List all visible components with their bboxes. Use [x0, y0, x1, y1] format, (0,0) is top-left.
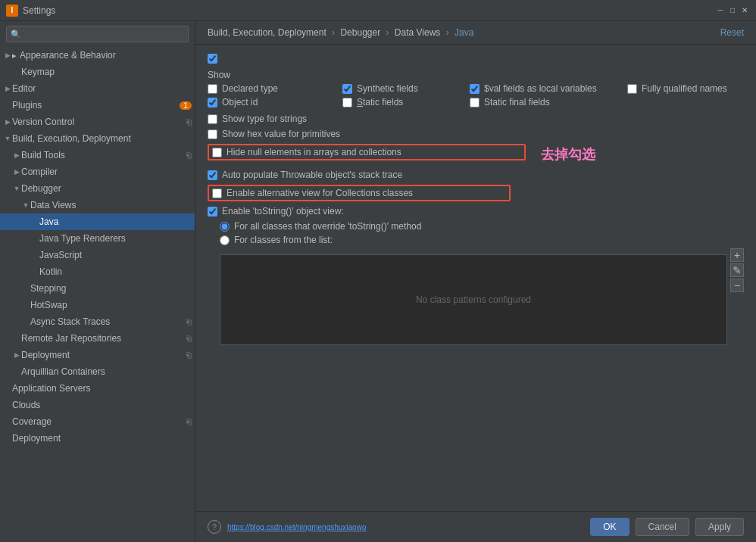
plugins-badge: 1 — [180, 101, 192, 110]
show-label: Show — [208, 70, 744, 80]
search-box: 🔍 — [6, 26, 189, 42]
auto-populate-checkbox[interactable] — [208, 170, 217, 180]
watermark: https://blog.csdn.net/ningmengshuxiaowo — [227, 523, 366, 531]
reset-button[interactable]: Reset — [720, 27, 744, 38]
object-id-checkbox[interactable] — [208, 98, 217, 107]
sidebar-item-version-control[interactable]: Version Control ⎗ — [0, 114, 195, 130]
hide-null-checkbox[interactable] — [212, 148, 222, 157]
sidebar-item-keymap[interactable]: Keymap — [0, 64, 195, 80]
fully-qualified-label: Fully qualified names — [642, 83, 727, 94]
sidebar-item-build-tools[interactable]: Build Tools ⎗ — [0, 147, 195, 164]
declared-type-label: Declared type — [222, 83, 278, 94]
expand-icon — [3, 85, 12, 92]
icon: ⎗ — [186, 151, 192, 160]
sidebar-item-java[interactable]: Java — [0, 213, 195, 230]
sidebar-item-label: Clouds — [12, 400, 40, 410]
sidebar-item-compiler[interactable]: Compiler — [0, 164, 195, 180]
close-button[interactable]: ✕ — [739, 5, 750, 16]
sidebar-item-debugger[interactable]: Debugger — [0, 180, 195, 197]
expand-icon — [12, 351, 21, 359]
enable-tostring-row: Enable 'toString()' object view: — [208, 206, 744, 216]
show-type-strings-checkbox[interactable] — [208, 114, 217, 124]
sidebar-item-clouds[interactable]: Clouds — [0, 397, 195, 413]
sidebar-item-label: Kotlin — [39, 266, 62, 277]
sidebar-item-label: Keymap — [21, 67, 55, 77]
sidebar-item-kotlin[interactable]: Kotlin — [0, 263, 195, 280]
object-id-row: Object id — [208, 97, 336, 107]
sidebar-item-label: Debugger — [21, 183, 61, 194]
fully-qualified-checkbox[interactable] — [627, 84, 637, 94]
title-bar: I Settings ─ □ ✕ — [0, 0, 756, 21]
sidebar-item-editor[interactable]: Editor — [0, 80, 195, 97]
apply-button[interactable]: Apply — [695, 518, 744, 536]
expand-icon — [3, 51, 12, 59]
add-pattern-button[interactable]: + — [730, 248, 744, 262]
for-all-classes-radio[interactable] — [220, 222, 230, 232]
bottom-bar: ? https://blog.csdn.net/ningmengshuxiaow… — [195, 511, 756, 542]
static-final-fields-row: Static final fields — [470, 97, 550, 107]
sidebar-item-stepping[interactable]: Stepping — [0, 280, 195, 297]
search-input[interactable] — [6, 26, 189, 42]
expand-icon — [21, 201, 30, 209]
sidebar-item-build-exec[interactable]: Build, Execution, Deployment — [0, 130, 195, 147]
sidebar-item-label: Build, Execution, Deployment — [12, 133, 131, 144]
show-row-2: Object id Static fields Static final fie… — [208, 97, 744, 107]
autoscroll-row — [208, 54, 744, 64]
bottom-left: ? https://blog.csdn.net/ningmengshuxiaow… — [208, 520, 366, 534]
maximize-button[interactable]: □ — [727, 5, 738, 16]
enable-tostring-checkbox[interactable] — [208, 207, 217, 216]
autoscroll-checkbox[interactable] — [208, 54, 217, 64]
enable-alt-view-label: Enable alternative view for Collections … — [226, 188, 413, 198]
hide-null-container: Hide null elements in arrays and collect… — [208, 144, 744, 165]
class-patterns-area: No class patterns configured + ✎ − — [220, 248, 744, 351]
settings-content: Show Declared type Synthetic fields $val… — [195, 45, 756, 511]
sidebar-item-deployment2[interactable]: Deployment — [0, 430, 195, 447]
for-classes-list-label: For classes from the list: — [234, 235, 333, 245]
static-final-fields-checkbox[interactable] — [470, 98, 480, 107]
sidebar-item-deployment[interactable]: Deployment ⎗ — [0, 347, 195, 363]
sidebar-item-remote-jar[interactable]: Remote Jar Repositories ⎗ — [0, 330, 195, 347]
edit-pattern-button[interactable]: ✎ — [730, 263, 744, 277]
remove-pattern-button[interactable]: − — [730, 279, 744, 292]
object-id-label: Object id — [222, 97, 258, 107]
hide-null-label: Hide null elements in arrays and collect… — [226, 147, 401, 157]
declared-type-checkbox[interactable] — [208, 84, 217, 94]
sidebar-item-javascript[interactable]: JavaScript — [0, 247, 195, 263]
sidebar-item-java-type-renderers[interactable]: Java Type Renderers — [0, 230, 195, 247]
sidebar-item-label: Stepping — [30, 283, 66, 294]
cancel-button[interactable]: Cancel — [636, 518, 689, 536]
help-button[interactable]: ? — [208, 520, 221, 534]
class-patterns-controls: + ✎ − — [730, 248, 744, 351]
sidebar-item-data-views[interactable]: Data Views — [0, 197, 195, 213]
show-row-1: Declared type Synthetic fields $val fiel… — [208, 83, 744, 94]
show-hex-checkbox[interactable] — [208, 129, 217, 139]
window-title: Settings — [23, 5, 55, 16]
ok-button[interactable]: OK — [590, 518, 629, 536]
icon: ⎗ — [186, 334, 192, 343]
sidebar-item-hotswap[interactable]: HotSwap — [0, 297, 195, 313]
folder-icon: ▸ — [12, 51, 17, 61]
sidebar-item-app-servers[interactable]: Application Servers — [0, 380, 195, 397]
sidebar-item-label: Java — [39, 216, 58, 227]
minimize-button[interactable]: ─ — [715, 5, 726, 16]
breadcrumb-sep: › — [446, 27, 451, 38]
for-classes-list-radio[interactable] — [220, 235, 230, 245]
enable-alt-view-row: Enable alternative view for Collections … — [208, 185, 511, 201]
synthetic-fields-checkbox[interactable] — [342, 84, 352, 94]
settings-window: I Settings ─ □ ✕ 🔍 ▸ Appearance & Behavi… — [0, 0, 756, 542]
sidebar-item-coverage[interactable]: Coverage ⎗ — [0, 413, 195, 430]
synthetic-fields-row: Synthetic fields — [342, 83, 464, 94]
breadcrumb-current: Java — [455, 27, 473, 38]
sidebar-item-label: Arquillian Containers — [21, 366, 105, 377]
sidebar: 🔍 ▸ Appearance & Behavior Keymap — [0, 21, 195, 542]
static-fields-checkbox[interactable] — [342, 98, 352, 107]
sidebar-item-plugins[interactable]: Plugins 1 — [0, 97, 195, 114]
for-all-classes-label: For all classes that override 'toString(… — [234, 221, 421, 232]
sidebar-item-arquillian[interactable]: Arquillian Containers — [0, 363, 195, 380]
sidebar-tree: ▸ Appearance & Behavior Keymap Editor Pl… — [0, 47, 195, 542]
sval-fields-checkbox[interactable] — [470, 84, 480, 94]
sidebar-item-async-stack[interactable]: Async Stack Traces ⎗ — [0, 313, 195, 330]
sidebar-item-appearance[interactable]: ▸ Appearance & Behavior — [0, 47, 195, 64]
enable-alt-view-checkbox[interactable] — [212, 188, 222, 198]
app-icon: I — [6, 5, 18, 17]
